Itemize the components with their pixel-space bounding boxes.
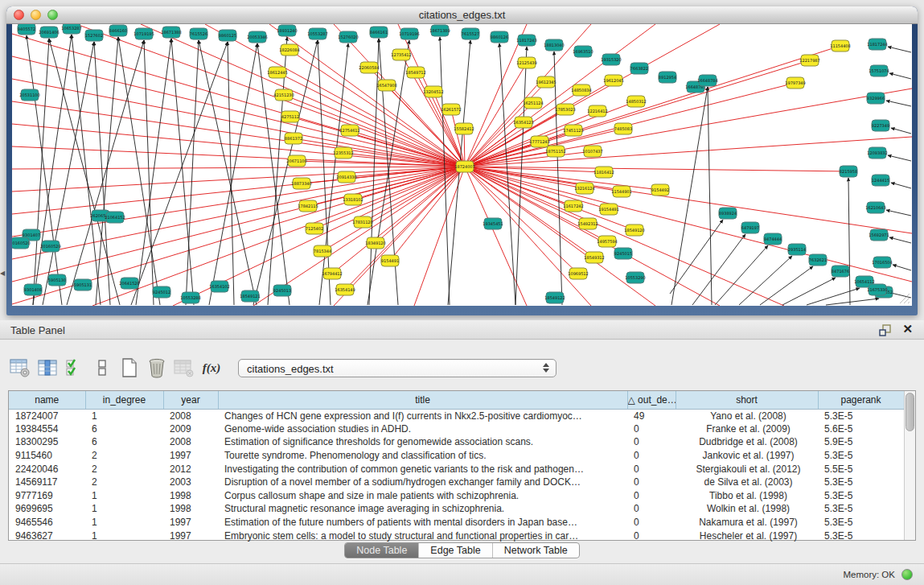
resize-grip-icon[interactable] <box>899 293 910 304</box>
network-node[interactable]: 21064152 <box>105 212 125 223</box>
network-node[interactable]: 8466161 <box>370 27 388 38</box>
network-node[interactable]: 15492312 <box>577 218 598 229</box>
table-cell[interactable]: 5.9E-5 <box>818 435 904 449</box>
table-cell[interactable]: 2 <box>85 462 163 476</box>
network-node[interactable]: 15582412 <box>454 123 474 134</box>
table-cell[interactable]: 1998 <box>163 502 218 516</box>
network-node[interactable]: 16251124 <box>523 97 543 109</box>
table-cell[interactable]: 14569117 <box>9 476 85 489</box>
table-cell[interactable]: 1997 <box>163 449 218 463</box>
network-node[interactable]: 12125439 <box>516 57 536 68</box>
network-node[interactable]: 18549120 <box>624 225 644 236</box>
network-node[interactable]: 16547908 <box>376 80 396 91</box>
network-node[interactable]: 13204512 <box>423 86 443 97</box>
table-cell[interactable]: 5.5E-5 <box>818 462 904 476</box>
table-cell[interactable]: 5.3E-5 <box>818 476 904 489</box>
table-cell[interactable]: Nakamura et al. (1997) <box>676 516 818 529</box>
table-cell[interactable]: 49 <box>627 409 676 422</box>
table-cell[interactable]: 9465546 <box>9 516 85 529</box>
network-node[interactable]: 19612345 <box>536 76 556 88</box>
network-node[interactable]: 8471676 <box>832 266 849 277</box>
network-node[interactable]: 17853023 <box>555 104 575 115</box>
table-cell[interactable]: 19384554 <box>9 422 85 436</box>
table-row[interactable]: 1456911722003Disruption of a novel membe… <box>9 476 904 489</box>
table-cell[interactable]: Changes of HCN gene expression and I(f) … <box>218 409 627 422</box>
table-row[interactable]: 911546021997Tourette syndrome. Phenomeno… <box>9 449 904 463</box>
network-node[interactable]: 11544901 <box>611 186 631 197</box>
network-node[interactable]: 1244415 <box>872 175 889 186</box>
network-node[interactable]: 19797349 <box>785 77 805 89</box>
table-cell[interactable]: Hescheler et al. (1997) <box>676 529 818 542</box>
network-node[interactable]: 9860126 <box>491 31 508 43</box>
network-node[interactable]: 17831120 <box>352 216 372 228</box>
network-node[interactable]: 2935114 <box>788 244 806 255</box>
network-node[interactable]: 42151230 <box>273 89 294 101</box>
network-node[interactable]: 20914330 <box>336 171 356 183</box>
table-cell[interactable]: 0 <box>627 422 676 436</box>
table-cell[interactable]: 1997 <box>163 529 218 542</box>
network-node[interactable]: 15276020 <box>338 31 358 43</box>
column-header-name[interactable]: name <box>9 391 85 409</box>
network-node[interactable]: 9227349 <box>872 120 889 131</box>
table-cell[interactable]: Genome-wide association studies in ADHD. <box>218 422 627 436</box>
network-node[interactable]: 16354102 <box>209 281 229 292</box>
network-node[interactable]: 1527602 <box>85 30 103 41</box>
network-node[interactable]: 8861372 <box>285 133 302 144</box>
network-node[interactable]: 22060584 <box>359 62 379 73</box>
table-cell[interactable]: Corpus callosum shape and size in male p… <box>218 489 627 503</box>
network-node[interactable]: 9860125 <box>219 30 236 41</box>
network-node[interactable]: 18931240 <box>277 25 297 36</box>
network-node[interactable]: 10969512 <box>568 268 588 279</box>
network-node[interactable]: 9474444 <box>764 233 782 245</box>
table-cell[interactable]: 0 <box>627 529 676 542</box>
network-node[interactable]: 16648784 <box>697 75 717 86</box>
table-cell[interactable]: 9463627 <box>9 529 85 542</box>
network-node[interactable]: 9154491 <box>381 255 399 266</box>
table-cell[interactable]: Estimation of the future numbers of pati… <box>218 516 627 529</box>
row-height-icon[interactable] <box>90 356 114 379</box>
tab-network-table[interactable]: Network Table <box>493 543 579 558</box>
table-cell[interactable]: de Silva et al. (2003) <box>676 476 818 489</box>
network-node[interactable]: 17842115 <box>298 200 318 212</box>
network-node[interactable]: 20671100 <box>286 155 306 167</box>
network-node[interactable]: 5905130 <box>48 274 66 286</box>
table-cell[interactable]: 9777169 <box>9 489 85 503</box>
network-node[interactable]: 20053346 <box>247 31 267 43</box>
network-node[interactable]: 10553288 <box>180 292 200 303</box>
network-node[interactable]: 7485083 <box>614 123 632 134</box>
network-node[interactable]: 9301408 <box>24 284 42 295</box>
table-cell[interactable]: 5.3E-5 <box>818 409 904 422</box>
network-node[interactable]: 10553287 <box>307 28 327 39</box>
table-row[interactable]: 1830029562008Estimation of significance … <box>9 435 904 449</box>
table-cell[interactable]: 5.6E-5 <box>818 422 904 436</box>
tab-edge-table[interactable]: Edge Table <box>419 543 492 558</box>
table-cell[interactable]: 0 <box>627 449 676 463</box>
network-node[interactable]: 20160529 <box>40 241 60 252</box>
network-node[interactable]: 19345451 <box>483 218 503 229</box>
network-node[interactable]: 10553290 <box>625 272 645 283</box>
network-canvas[interactable]: 1872400718226084186124454215123042751128… <box>12 24 912 306</box>
network-node[interactable]: 10719196 <box>399 28 419 39</box>
network-node[interactable]: 11617242 <box>563 200 583 212</box>
network-node[interactable]: 18226084 <box>279 44 299 56</box>
column-header-pagerank[interactable]: pagerank <box>818 391 904 409</box>
table-cell[interactable]: 1 <box>85 529 163 542</box>
table-cell[interactable]: Wolkin et al. (1998) <box>676 502 818 516</box>
column-header-short[interactable]: short <box>676 391 818 409</box>
sidebar-collapse-icon[interactable]: ◀ <box>0 269 6 278</box>
table-cell[interactable]: 9699695 <box>9 502 85 516</box>
table-cell[interactable]: 5.3E-5 <box>818 449 904 463</box>
memory-status-icon[interactable] <box>901 569 913 580</box>
network-node[interactable]: 18724007 <box>454 161 474 172</box>
network-node[interactable]: 18549712 <box>405 67 425 78</box>
network-node[interactable]: 12093832 <box>867 147 887 159</box>
table-cell[interactable]: 1997 <box>163 516 218 529</box>
table-cell[interactable]: 2008 <box>163 435 218 449</box>
float-panel-icon[interactable] <box>879 323 892 336</box>
table-cell[interactable]: 5.3E-5 <box>818 529 904 542</box>
network-node[interactable]: 16261572 <box>441 104 461 115</box>
network-node[interactable]: 20531100 <box>19 89 39 101</box>
table-cell[interactable]: 0 <box>627 516 676 529</box>
network-node[interactable]: 11817243 <box>516 35 536 46</box>
column-header-in_degree[interactable]: in_degree <box>85 391 163 409</box>
